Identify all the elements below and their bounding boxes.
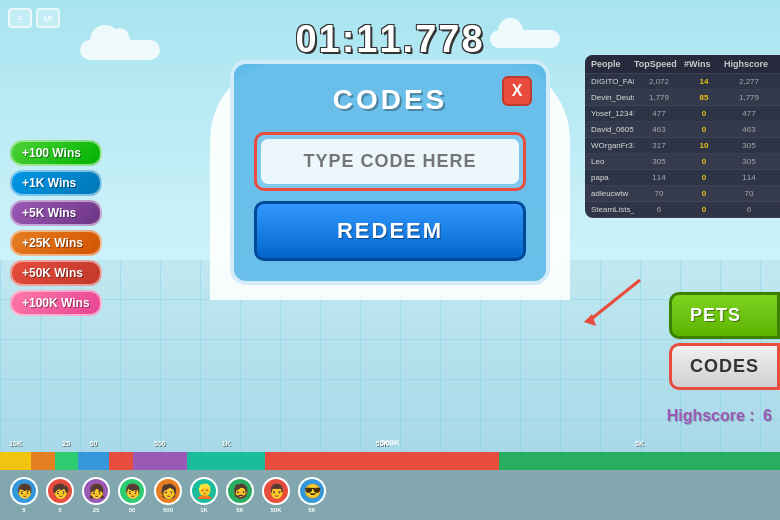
close-button[interactable]: X — [502, 76, 532, 106]
lb-row-4: David_06052015 463 0 463 — [585, 122, 780, 138]
lb-header-people: People — [591, 59, 634, 69]
win-badge-100k[interactable]: +100K Wins — [10, 290, 102, 316]
cloud-2 — [490, 30, 560, 48]
lb-row-3: Yosef_123456789009 477 0 477 — [585, 106, 780, 122]
avatar-9: 😎 5K — [298, 477, 326, 513]
avatar-4: 👦 50 — [118, 477, 146, 513]
win-badge-50k[interactable]: +50K Wins — [10, 260, 102, 286]
ui-toggle-button[interactable]: UI — [36, 8, 60, 28]
top-ui-bar: ≡ UI — [8, 8, 60, 28]
seg-5 — [109, 452, 132, 470]
lb-row-1: DIGITO_FAN 2,072 14 2,277 — [585, 74, 780, 90]
seg-6: 500 — [133, 452, 188, 470]
code-input[interactable] — [261, 139, 519, 184]
codes-modal: X CODES REDEEM — [230, 60, 550, 285]
avatars-bar: 👦 5 🧒 5 👧 25 👦 50 🧑 500 👱 1K 🧔 5K 👨 50K … — [0, 470, 780, 520]
highscore-value: 6 — [763, 407, 772, 424]
game-timer: 01:11.778 — [295, 18, 484, 61]
seg-9: 5K — [499, 452, 780, 470]
lb-header-highscore: Highscore — [724, 59, 774, 69]
avatar-6: 👱 1K — [190, 477, 218, 513]
avatar-7: 🧔 5K — [226, 477, 254, 513]
pets-button[interactable]: PETS — [669, 292, 780, 339]
progress-bar: 100K 10K 25 50 500 1K 50K 5K — [0, 452, 780, 470]
win-badge-5k[interactable]: +5K Wins — [10, 200, 102, 226]
highscore-label: Highscore : — [667, 407, 755, 424]
leaderboard-header: People TopSpeed #Wins Highscore — [585, 55, 780, 74]
seg-1: 10K — [0, 452, 31, 470]
right-buttons-panel: PETS CODES — [669, 292, 780, 390]
lb-header-topspeed: TopSpeed — [634, 59, 684, 69]
redeem-button[interactable]: REDEEM — [254, 201, 526, 261]
seg-8: 50K — [265, 452, 499, 470]
lb-row-5: WOrganFr33man 317 10 305 — [585, 138, 780, 154]
lb-row-9: SteamLists_com 6 0 6 — [585, 202, 780, 218]
lb-row-6: Leo 305 0 305 — [585, 154, 780, 170]
avatar-5: 🧑 500 — [154, 477, 182, 513]
avatar-1: 👦 5 — [10, 477, 38, 513]
leaderboard-panel: People TopSpeed #Wins Highscore DIGITO_F… — [585, 55, 780, 218]
win-badge-1k[interactable]: +1K Wins — [10, 170, 102, 196]
menu-button[interactable]: ≡ — [8, 8, 32, 28]
lb-row-8: adleucwtw 70 0 70 — [585, 186, 780, 202]
codes-modal-title: CODES — [254, 84, 526, 116]
seg-4: 50 — [78, 452, 109, 470]
avatar-3: 👧 25 — [82, 477, 110, 513]
code-input-wrapper — [254, 132, 526, 191]
cloud-1 — [80, 40, 160, 60]
progress-top-label: 100K — [380, 438, 399, 447]
avatar-8: 👨 50K — [262, 477, 290, 513]
avatar-2: 🧒 5 — [46, 477, 74, 513]
win-badge-100[interactable]: +100 Wins — [10, 140, 102, 166]
lb-row-7: papa 114 0 114 — [585, 170, 780, 186]
lb-header-wins: #Wins — [684, 59, 724, 69]
lb-row-2: Devin_Deutschland 1,779 85 1,779 — [585, 90, 780, 106]
codes-side-button[interactable]: CODES — [669, 343, 780, 390]
win-badge-25k[interactable]: +25K Wins — [10, 230, 102, 256]
seg-2 — [31, 452, 54, 470]
seg-3: 25 — [55, 452, 78, 470]
win-badges-panel: +100 Wins +1K Wins +5K Wins +25K Wins +5… — [10, 140, 102, 316]
seg-7: 1K — [187, 452, 265, 470]
highscore-display: Highscore : 6 — [667, 407, 772, 425]
